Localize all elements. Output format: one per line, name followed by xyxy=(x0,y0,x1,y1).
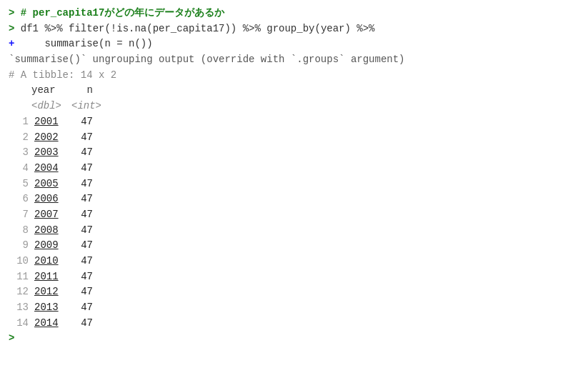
n-value: 47 xyxy=(71,254,93,269)
table-row: 14201447 xyxy=(9,316,579,332)
output-message-text: `summarise()` ungrouping output (overrid… xyxy=(9,52,405,68)
n-value: 47 xyxy=(71,207,93,223)
comment-line: > # per_capita17がどの年にデータがあるか xyxy=(9,6,579,21)
n-value: 47 xyxy=(71,284,93,300)
year-value: 2002 xyxy=(34,130,71,146)
table-row: 10201047 xyxy=(9,254,579,269)
n-value: 47 xyxy=(71,238,93,254)
row-number: 4 xyxy=(9,161,29,176)
row-number: 2 xyxy=(9,130,29,146)
row-number: 8 xyxy=(9,223,29,239)
n-value: 47 xyxy=(71,300,93,316)
table-rows: 1200147220024732003474200447520054762006… xyxy=(9,114,579,332)
row-number: 9 xyxy=(9,238,29,254)
type-n: <int> xyxy=(71,99,100,114)
table-row: 9200947 xyxy=(9,238,579,254)
n-value: 47 xyxy=(71,269,93,285)
col-n-header: n xyxy=(71,83,93,99)
n-value: 47 xyxy=(71,192,93,207)
table-row: 3200347 xyxy=(9,145,579,161)
col-headers-line: year n xyxy=(9,83,579,99)
table-row: 5200547 xyxy=(9,176,579,192)
row-number: 6 xyxy=(9,192,29,207)
table-row: 11201147 xyxy=(9,269,579,285)
row-number: 14 xyxy=(9,316,29,332)
continuation-line: + summarise(n = n()) xyxy=(9,36,579,52)
table-row: 12201247 xyxy=(9,284,579,300)
year-value: 2013 xyxy=(34,300,71,316)
output-message-line: `summarise()` ungrouping output (overrid… xyxy=(9,52,579,68)
comment-text: > # per_capita17がどの年にデータがあるか xyxy=(9,6,224,21)
row-number: 10 xyxy=(9,254,29,269)
continuation-text: summarise(n = n()) xyxy=(14,36,152,52)
type-year: <dbl> xyxy=(31,99,71,114)
table-row: 13201347 xyxy=(9,300,579,316)
table-row: 8200847 xyxy=(9,223,579,239)
year-value: 2006 xyxy=(34,192,71,207)
row-number: 7 xyxy=(9,207,29,223)
row-number: 11 xyxy=(9,269,29,285)
n-value: 47 xyxy=(71,145,93,161)
year-value: 2011 xyxy=(34,269,71,285)
n-value: 47 xyxy=(71,130,93,146)
table-row: 7200747 xyxy=(9,207,579,223)
continuation-symbol: + xyxy=(9,36,14,52)
n-value: 47 xyxy=(71,223,93,239)
r-console: > # per_capita17がどの年にデータがあるか > df1 %>% f… xyxy=(0,0,588,373)
tibble-info-line: # A tibble: 14 x 2 xyxy=(9,68,579,84)
command-text: df1 %>% filter(!is.na(per_capita17)) %>%… xyxy=(21,21,375,37)
table-row: 4200447 xyxy=(9,161,579,176)
row-number: 12 xyxy=(9,284,29,300)
row-number: 1 xyxy=(9,114,29,130)
table-row: 2200247 xyxy=(9,130,579,146)
last-prompt: > xyxy=(9,331,14,347)
row-number: 3 xyxy=(9,145,29,161)
year-value: 2009 xyxy=(34,238,71,254)
n-value: 47 xyxy=(71,176,93,192)
table-row: 1200147 xyxy=(9,114,579,130)
col-types-line: <dbl> <int> xyxy=(9,99,579,114)
year-value: 2007 xyxy=(34,207,71,223)
year-value: 2005 xyxy=(34,176,71,192)
col-year-header: year xyxy=(31,83,71,99)
row-number: 13 xyxy=(9,300,29,316)
year-value: 2010 xyxy=(34,254,71,269)
year-value: 2003 xyxy=(34,145,71,161)
n-value: 47 xyxy=(71,161,93,176)
year-value: 2008 xyxy=(34,223,71,239)
command-line: > df1 %>% filter(!is.na(per_capita17)) %… xyxy=(9,21,579,37)
row-number: 5 xyxy=(9,176,29,192)
tibble-info-text: # A tibble: 14 x 2 xyxy=(9,68,116,84)
table-row: 6200647 xyxy=(9,192,579,207)
last-prompt-line: > xyxy=(9,331,579,347)
year-value: 2004 xyxy=(34,161,71,176)
prompt-symbol: > xyxy=(9,21,21,37)
year-value: 2014 xyxy=(34,316,71,332)
year-value: 2012 xyxy=(34,284,71,300)
n-value: 47 xyxy=(71,114,93,130)
n-value: 47 xyxy=(71,316,93,332)
year-value: 2001 xyxy=(34,114,71,130)
